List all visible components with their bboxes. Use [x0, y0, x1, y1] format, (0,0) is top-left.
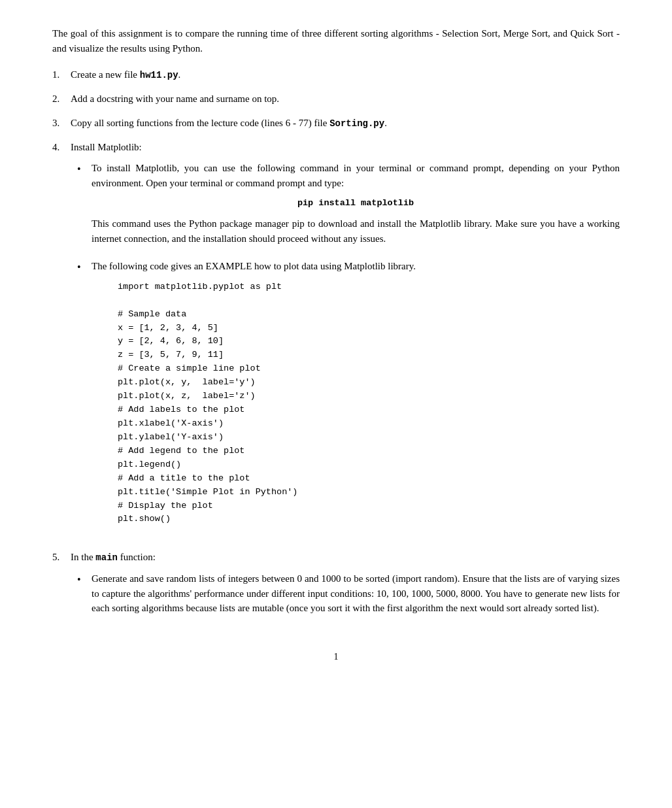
list-item-1: 1. Create a new file hw11.py.: [52, 67, 620, 82]
install-bullet-list: • To install Matplotlib, you can use the…: [71, 161, 620, 533]
item5-text-after: function:: [118, 552, 156, 562]
list-num-4: 4.: [52, 140, 71, 155]
list-content-1: Create a new file hw11.py.: [71, 67, 620, 82]
list-item-3: 3. Copy all sorting functions from the l…: [52, 116, 620, 131]
item3-text-after: .: [384, 118, 387, 128]
item1-text-before: Create a new file: [71, 69, 140, 80]
bullet-4-1-text: To install Matplotlib, you can use the f…: [92, 163, 620, 188]
bullet-sym-4-2: •: [77, 259, 92, 275]
list-item-5: 5. In the main function: • Generate and …: [52, 550, 620, 624]
list-item-4: 4. Install Matplotlib: • To install Matp…: [52, 140, 620, 541]
list-item-2: 2. Add a docstring with your name and su…: [52, 92, 620, 107]
list-content-2: Add a docstring with your name and surna…: [71, 92, 620, 107]
main-function-bullet-list: • Generate and save random lists of inte…: [71, 571, 620, 616]
list-content-5: In the main function: • Generate and sav…: [71, 550, 620, 624]
list-num-2: 2.: [52, 92, 71, 107]
item1-bold: hw11.py: [140, 70, 178, 80]
bullet-4-1: • To install Matplotlib, you can use the…: [77, 161, 620, 251]
install-explanation: This command uses the Python package man…: [92, 216, 620, 246]
item3-text-before: Copy all sorting functions from the lect…: [71, 118, 329, 128]
main-list: 1. Create a new file hw11.py. 2. Add a d…: [52, 67, 620, 624]
page-number: 1: [52, 650, 620, 664]
bullet-content-4-2: The following code gives an EXAMPLE how …: [92, 259, 620, 533]
bullet-content-4-1: To install Matplotlib, you can use the f…: [92, 161, 620, 251]
item5-bold: main: [95, 552, 118, 563]
item3-bold: Sorting.py: [329, 118, 384, 129]
example-code-block: import matplotlib.pyplot as plt # Sample…: [118, 280, 620, 527]
bullet-sym-4-1: •: [77, 161, 92, 177]
list-content-3: Copy all sorting functions from the lect…: [71, 116, 620, 131]
bullet-4-2: • The following code gives an EXAMPLE ho…: [77, 259, 620, 533]
list-num-1: 1.: [52, 67, 71, 82]
bullet-content-5-1: Generate and save random lists of intege…: [92, 571, 620, 616]
list-num-5: 5.: [52, 550, 71, 565]
item4-label: Install Matplotlib:: [71, 142, 142, 152]
item1-text-after: .: [178, 69, 181, 80]
bullet-4-2-text: The following code gives an EXAMPLE how …: [92, 261, 416, 271]
list-content-4: Install Matplotlib: • To install Matplot…: [71, 140, 620, 541]
pip-install-code: pip install matplotlib: [92, 197, 620, 210]
bullet-sym-5-1: •: [77, 571, 92, 588]
bullet-5-1: • Generate and save random lists of inte…: [77, 571, 620, 616]
intro-paragraph: The goal of this assignment is to compar…: [52, 26, 620, 56]
list-num-3: 3.: [52, 116, 71, 131]
item5-text-before: In the: [71, 552, 95, 562]
